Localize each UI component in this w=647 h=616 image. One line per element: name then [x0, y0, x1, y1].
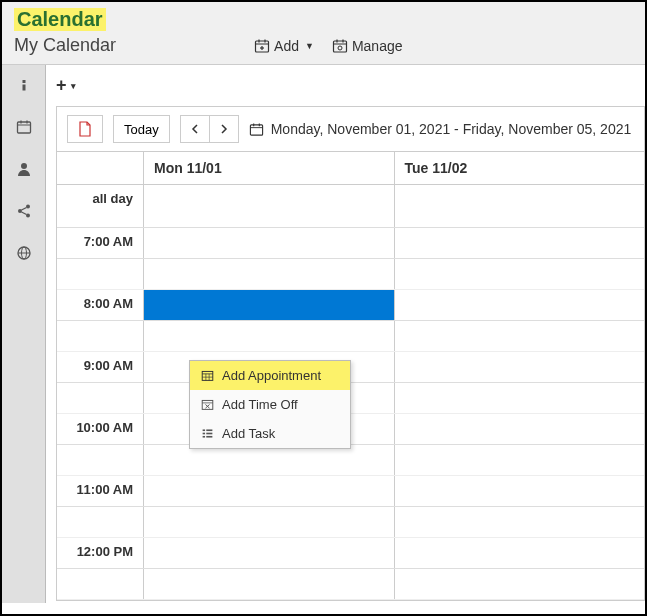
context-menu: Add Appointment Add Time Off Add Task — [189, 360, 351, 449]
time-row: 11:00 AM — [57, 476, 644, 507]
side-tabs — [2, 65, 46, 603]
svg-rect-11 — [22, 80, 25, 83]
calendar-slot[interactable] — [144, 185, 395, 227]
add-label: Add — [274, 38, 299, 54]
time-label: 12:00 PM — [57, 538, 144, 568]
add-button[interactable]: Add ▼ — [254, 38, 314, 54]
svg-rect-12 — [22, 85, 25, 91]
time-label: 11:00 AM — [57, 476, 144, 506]
calendar-gear-icon — [332, 38, 348, 54]
calendar-toolbar: Today Monday, November 01, 2021 - Friday… — [56, 106, 645, 152]
header-bar: Calendar My Calendar Add ▼ Manage — [2, 2, 645, 65]
today-button[interactable]: Today — [113, 115, 170, 143]
day-header[interactable]: Mon 11/01 — [144, 152, 395, 184]
calendar-slot[interactable] — [144, 507, 395, 537]
time-col-header — [57, 152, 144, 184]
main-area: +▾ Today Monday, November 01, 2021 - Fri… — [46, 65, 645, 603]
time-label-empty — [57, 569, 144, 599]
svg-rect-41 — [202, 433, 204, 435]
globe-icon[interactable] — [14, 243, 34, 263]
time-row-half — [57, 569, 644, 600]
calendar-slot[interactable] — [144, 259, 395, 289]
content-wrap: +▾ Today Monday, November 01, 2021 - Fri… — [2, 65, 645, 603]
date-range[interactable]: Monday, November 01, 2021 - Friday, Nove… — [249, 121, 632, 137]
svg-rect-44 — [206, 436, 212, 438]
calendar-slot[interactable] — [395, 185, 645, 227]
time-label: 8:00 AM — [57, 290, 144, 320]
time-label-empty — [57, 507, 144, 537]
calendar-slot[interactable] — [144, 538, 395, 568]
ctx-label: Add Task — [222, 426, 275, 441]
time-row-half — [57, 507, 644, 538]
manage-button[interactable]: Manage — [332, 38, 403, 54]
calendar-slot[interactable] — [395, 321, 645, 351]
svg-rect-39 — [202, 429, 204, 431]
calendar-slot[interactable] — [395, 476, 645, 506]
calendar-slot[interactable] — [395, 259, 645, 289]
time-row: 7:00 AM — [57, 228, 644, 259]
prev-button[interactable] — [180, 115, 209, 143]
calendar-slot[interactable] — [395, 507, 645, 537]
time-label: 10:00 AM — [57, 414, 144, 444]
manage-label: Manage — [352, 38, 403, 54]
calendar-slot-selected[interactable] — [144, 290, 395, 320]
svg-rect-35 — [202, 400, 213, 409]
header-sub-row: My Calendar Add ▼ Manage — [14, 35, 633, 56]
time-label-empty — [57, 259, 144, 289]
sub-title: My Calendar — [14, 35, 116, 56]
day-header[interactable]: Tue 11/02 — [395, 152, 645, 184]
add-task-item[interactable]: Add Task — [190, 419, 350, 448]
calendar-slot[interactable] — [395, 228, 645, 258]
top-actions: Add ▼ Manage — [254, 38, 402, 54]
time-row-half — [57, 259, 644, 290]
time-label: 7:00 AM — [57, 228, 144, 258]
calendar-plus-icon — [254, 38, 270, 54]
time-label-empty — [57, 383, 144, 413]
calendar-slot[interactable] — [144, 321, 395, 351]
time-row: 12:00 PM — [57, 538, 644, 569]
calendar-slot[interactable] — [395, 352, 645, 382]
calendar-grid-icon — [200, 369, 214, 383]
nav-buttons — [180, 115, 239, 143]
add-time-off-item[interactable]: Add Time Off — [190, 390, 350, 419]
ctx-label: Add Time Off — [222, 397, 298, 412]
calendar-slot[interactable] — [395, 445, 645, 475]
page-title: Calendar — [14, 8, 106, 31]
time-row-half — [57, 445, 644, 476]
ctx-label: Add Appointment — [222, 368, 321, 383]
plus-row: +▾ — [56, 75, 645, 96]
calendar-icon[interactable] — [14, 117, 34, 137]
calendar-slot[interactable] — [144, 476, 395, 506]
svg-rect-26 — [251, 124, 263, 134]
calendar-slot[interactable] — [144, 569, 395, 599]
plus-button[interactable]: +▾ — [56, 75, 76, 96]
calendar-slot[interactable] — [395, 383, 645, 413]
date-range-text: Monday, November 01, 2021 - Friday, Nove… — [271, 121, 632, 137]
svg-point-10 — [338, 46, 342, 50]
person-icon[interactable] — [14, 159, 34, 179]
time-row-half — [57, 321, 644, 352]
time-row: 8:00 AM — [57, 290, 644, 321]
calendar-slot[interactable] — [395, 414, 645, 444]
export-button[interactable] — [67, 115, 103, 143]
calendar-slot[interactable] — [395, 538, 645, 568]
svg-rect-43 — [202, 436, 204, 438]
calendar-slot[interactable] — [395, 569, 645, 599]
calendar-slot[interactable] — [395, 290, 645, 320]
all-day-row: all day — [57, 185, 644, 228]
info-icon[interactable] — [14, 75, 34, 95]
share-icon[interactable] — [14, 201, 34, 221]
list-icon — [200, 427, 214, 441]
svg-rect-30 — [202, 371, 213, 380]
add-appointment-item[interactable]: Add Appointment — [190, 361, 350, 390]
calendar-slot[interactable] — [144, 228, 395, 258]
grid-header: Mon 11/01 Tue 11/02 — [57, 152, 644, 185]
time-label: 9:00 AM — [57, 352, 144, 382]
svg-line-21 — [21, 208, 26, 211]
caret-down-icon: ▼ — [305, 41, 314, 51]
svg-rect-40 — [206, 429, 212, 431]
calendar-icon — [249, 121, 265, 137]
next-button[interactable] — [209, 115, 239, 143]
calendar-x-icon — [200, 398, 214, 412]
calendar-slot[interactable] — [144, 445, 395, 475]
